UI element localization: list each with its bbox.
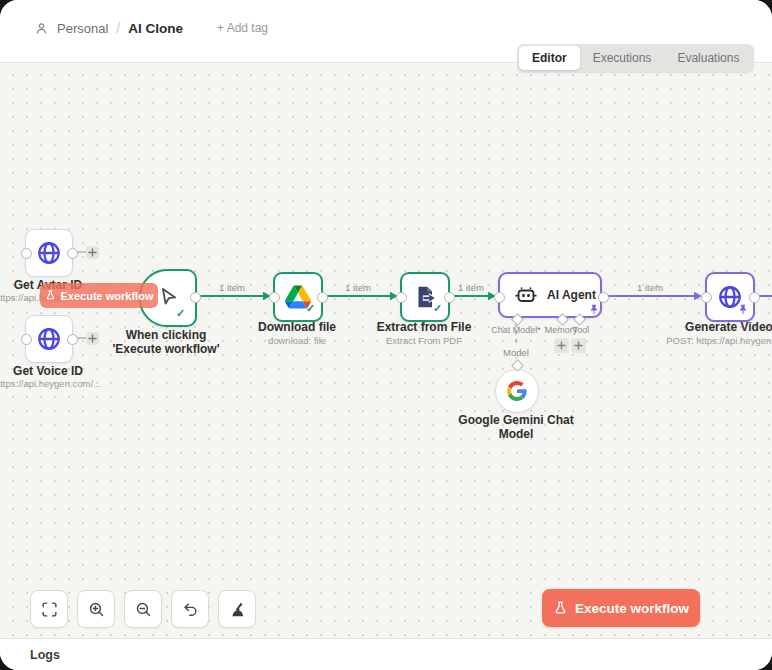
node-title: Download file <box>258 320 336 334</box>
node-title: Get Voice ID <box>13 364 83 378</box>
tidy-up-button[interactable] <box>218 590 256 628</box>
node-extract-from-file[interactable] <box>400 272 450 322</box>
flask-icon <box>45 290 56 301</box>
success-check-icon: ✓ <box>306 302 315 315</box>
chip-label: Execute workflow <box>61 290 154 302</box>
flask-icon <box>553 601 568 616</box>
output-handle[interactable] <box>67 334 78 345</box>
input-handle[interactable] <box>396 292 407 303</box>
breadcrumb: Personal / AI Clone + Add tag <box>34 20 268 36</box>
output-handle[interactable] <box>444 292 455 303</box>
globe-icon <box>36 326 62 352</box>
zoom-out-icon <box>135 601 152 618</box>
workflow-title[interactable]: AI Clone <box>128 21 183 36</box>
output-handle[interactable] <box>67 248 78 259</box>
node-title: Generate Video <box>685 320 772 334</box>
node-get-voice-id[interactable] <box>25 315 73 363</box>
tidy-up-icon <box>229 601 246 618</box>
add-connection-button[interactable] <box>86 246 99 259</box>
node-inline-title: AI Agent <box>547 288 596 302</box>
port-label-chat-model: Chat Model* <box>491 325 541 335</box>
input-handle[interactable] <box>21 248 32 259</box>
zoom-out-button[interactable] <box>124 590 162 628</box>
fit-view-icon <box>41 601 58 618</box>
node-execute-workflow-button[interactable]: Execute workflow <box>40 283 158 308</box>
add-connection-button[interactable] <box>86 332 99 345</box>
plus-icon <box>557 341 566 350</box>
tab-executions[interactable]: Executions <box>580 46 665 70</box>
node-title: When clicking 'Execute workflow' <box>104 329 228 357</box>
node-subtitle: download: file <box>268 335 326 346</box>
zoom-in-icon <box>88 601 105 618</box>
plus-icon <box>88 334 97 343</box>
mouse-pointer-icon <box>157 287 179 309</box>
logs-panel[interactable]: Logs <box>0 638 772 670</box>
success-check-icon: ✓ <box>176 307 185 320</box>
execute-button-label: Execute workflow <box>575 601 689 616</box>
edge-label: 1 item <box>637 282 663 293</box>
node-title: Extract from File <box>377 320 472 334</box>
node-subtitle: POST: https://api.heygen.co... <box>666 335 772 346</box>
node-subtitle: Extract From PDF <box>386 335 462 346</box>
execute-workflow-button[interactable]: Execute workflow <box>542 589 700 627</box>
plus-icon <box>88 248 97 257</box>
output-handle[interactable] <box>598 292 609 303</box>
pin-icon <box>589 304 599 315</box>
edge-label: 1 item <box>458 282 484 293</box>
port-label-model: Model <box>500 347 532 358</box>
port-label-tool: Tool <box>573 325 590 335</box>
robot-icon <box>514 283 538 307</box>
view-tabs: Editor Executions Evaluations <box>517 44 754 72</box>
breadcrumb-project[interactable]: Personal <box>57 21 108 36</box>
input-handle[interactable] <box>701 292 712 303</box>
node-download-file[interactable] <box>273 272 323 322</box>
input-handle[interactable] <box>21 334 32 345</box>
pin-icon <box>738 304 748 315</box>
input-handle[interactable] <box>494 292 505 303</box>
add-tool-button[interactable] <box>571 338 586 353</box>
edge-label: 1 item <box>219 282 245 293</box>
output-handle[interactable] <box>749 292 760 303</box>
workflow-canvas[interactable]: 1 item 1 item 1 item 1 item Get Avtar ID… <box>0 62 772 638</box>
node-ai-agent[interactable]: AI Agent <box>498 272 602 318</box>
undo-icon <box>182 601 199 618</box>
logs-title: Logs <box>30 648 60 662</box>
plus-icon <box>574 341 583 350</box>
output-handle[interactable] <box>190 292 201 303</box>
app-window: Personal / AI Clone + Add tag Editor Exe… <box>0 0 772 670</box>
breadcrumb-separator: / <box>116 20 120 36</box>
google-g-icon <box>507 381 527 401</box>
node-subtitle: https://api.heygen.com/... <box>0 378 101 389</box>
globe-icon <box>36 240 62 266</box>
node-gemini-chat-model[interactable] <box>495 369 539 413</box>
person-icon <box>34 21 49 36</box>
input-handle[interactable] <box>269 292 280 303</box>
add-memory-button[interactable] <box>554 338 569 353</box>
fit-view-button[interactable] <box>30 590 68 628</box>
success-check-icon: ✓ <box>433 302 442 315</box>
tab-evaluations[interactable]: Evaluations <box>664 46 752 70</box>
edge-label: 1 item <box>345 282 371 293</box>
node-title: Google Gemini Chat Model <box>454 414 578 442</box>
undo-button[interactable] <box>171 590 209 628</box>
output-handle[interactable] <box>317 292 328 303</box>
zoom-in-button[interactable] <box>77 590 115 628</box>
add-tag-button[interactable]: + Add tag <box>217 21 268 35</box>
tab-editor[interactable]: Editor <box>519 46 580 70</box>
node-get-avatar-id[interactable] <box>25 229 73 277</box>
